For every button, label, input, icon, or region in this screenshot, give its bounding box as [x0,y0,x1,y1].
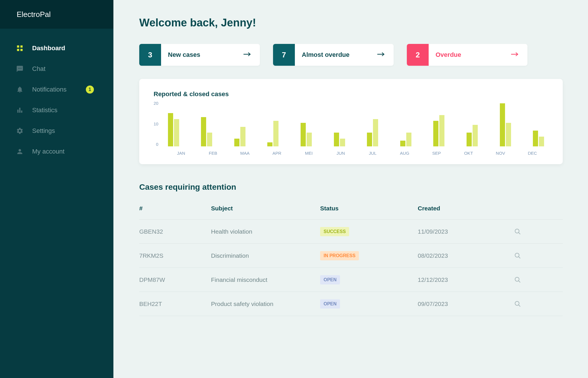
chart-bar-reported [267,142,272,146]
col-subject: Subject [211,205,320,212]
cell-status: OPEN [320,299,418,309]
chart-bar-reported [168,113,173,146]
stat-card-new[interactable]: 3 New cases [139,44,260,66]
table-row: GBEN32Health violationSUCCESS11/09/2023 [139,220,563,244]
gear-icon [16,127,24,135]
chart-x-label: NOV [485,151,517,156]
svg-point-10 [515,229,519,233]
chart-bar-group [197,117,216,146]
cases-table: # Subject Status Created GBEN32Health vi… [139,205,563,316]
svg-rect-6 [21,111,22,113]
svg-rect-5 [19,108,20,113]
chart-bar-closed [240,127,245,146]
chart-plot [164,101,548,147]
sidebar-item-label: Statistics [32,106,57,114]
chart-bar-group [263,121,283,146]
chart-bar-closed [473,125,478,146]
cell-id: GBEN32 [139,228,211,235]
chart-bar-closed [307,133,312,146]
chart-x-label: JUN [325,151,357,156]
cell-subject: Product safety violation [211,301,320,307]
table-row: BEH22TProduct safety violationOPEN09/07/… [139,292,563,316]
svg-point-12 [515,253,519,257]
cell-id: 7RKM2S [139,252,211,259]
cell-created: 08/02/2023 [418,252,504,259]
chart-bar-closed [340,139,345,146]
chart-bar-closed [273,121,278,146]
sidebar-item-settings[interactable]: Settings [0,121,113,141]
sidebar-item-label: Settings [32,127,55,135]
cell-id: DPM87W [139,276,211,283]
chart-bar-reported [500,103,505,146]
chart-x-label: SEP [421,151,452,156]
chart-bar-reported [334,133,339,146]
cell-subject: Health violation [211,228,320,235]
chart-bar-reported [400,141,405,146]
sidebar-item-statistics[interactable]: Statistics [0,100,113,121]
chart-bar-reported [367,133,372,146]
sidebar-item-dashboard[interactable]: Dashboard [0,38,113,59]
sidebar-item-label: Chat [32,65,45,73]
chart-bar-reported [467,133,472,146]
row-view-button[interactable] [504,301,524,307]
chart-x-label: AUG [389,151,421,156]
chart-bar-reported [234,139,239,146]
status-badge: IN PROGRESS [320,251,359,260]
person-icon [16,147,24,156]
sidebar-item-notifications[interactable]: Notifications 1 [0,79,113,100]
sidebar-item-label: Dashboard [32,44,65,52]
row-view-button[interactable] [504,228,524,235]
chart-x-label: FEB [197,151,229,156]
chart-bar-reported [533,131,538,146]
chart-y-axis: 20100 [154,101,164,147]
status-badge: SUCCESS [320,227,349,236]
table-title: Cases requiring attention [139,183,563,192]
row-view-button[interactable] [504,276,524,283]
chart-bar-closed [439,115,444,146]
chart-bar-group [496,103,515,146]
cell-subject: Discrimination [211,252,320,259]
chart-bar-group [529,131,548,146]
stat-label: New cases [168,51,200,59]
chart-x-label: OKT [452,151,484,156]
cell-created: 09/07/2023 [418,301,504,307]
chart-bar-group [363,119,382,146]
table-header: # Subject Status Created [139,205,563,220]
cell-status: OPEN [320,275,418,284]
chart-bar-reported [301,123,306,146]
col-status: Status [320,205,418,212]
row-view-button[interactable] [504,252,524,259]
chart-panel: Reported & closed cases 20100 JANFEBMAAA… [139,79,563,164]
sidebar-item-label: My account [32,148,65,155]
chart-bar-reported [433,121,438,146]
chart-bar-closed [207,133,212,146]
cell-created: 11/09/2023 [418,228,504,235]
status-badge: OPEN [320,299,340,309]
cell-id: BEH22T [139,301,211,307]
stat-label: Overdue [436,51,461,59]
sidebar: ElectroPal Dashboard Chat Notifications [0,0,113,378]
sidebar-item-chat[interactable]: Chat [0,59,113,79]
stat-card-overdue[interactable]: 2 Overdue [407,44,527,66]
col-created: Created [418,205,504,212]
grid-icon [16,44,24,53]
svg-rect-1 [20,45,23,48]
chart-x-label: MAA [229,151,261,156]
stat-label: Almost overdue [302,51,349,59]
stat-card-almost-overdue[interactable]: 7 Almost overdue [273,44,394,66]
chart-x-label: JAN [165,151,197,156]
chart-x-label: MEI [293,151,325,156]
table-row: DPM87WFinancial misconductOPEN12/12/2023 [139,268,563,292]
nav: Dashboard Chat Notifications 1 Statisti [0,29,113,162]
sidebar-item-myaccount[interactable]: My account [0,141,113,162]
chart-bar-closed [506,123,511,146]
cell-status: SUCCESS [320,227,418,236]
app-logo: ElectroPal [17,10,51,19]
status-badge: OPEN [320,275,340,284]
chart-bar-reported [201,117,206,146]
sidebar-item-label: Notifications [32,86,67,93]
svg-rect-3 [20,49,23,51]
chart-bar-closed [539,137,544,146]
arrow-right-icon [377,51,385,58]
stat-cards: 3 New cases 7 Almost overdue 2 [139,44,563,66]
